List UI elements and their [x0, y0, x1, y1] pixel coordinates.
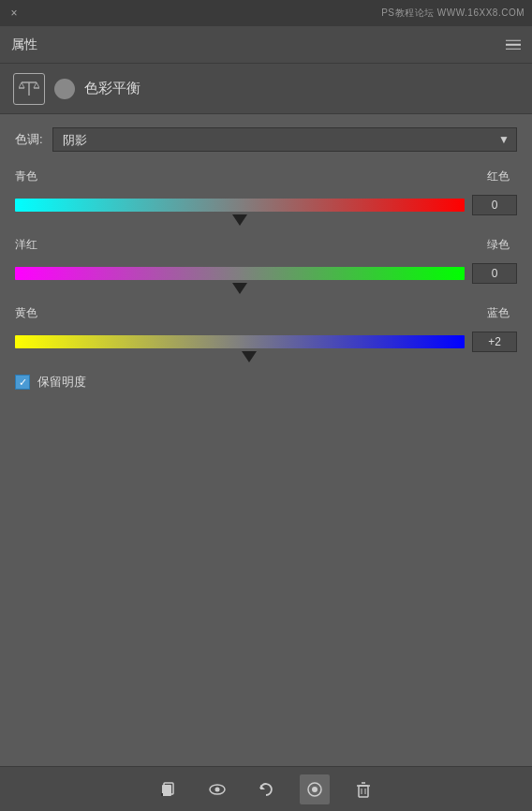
slider-labels-1: 青色 红色 [15, 169, 517, 184]
slider-thumb-2[interactable] [232, 283, 247, 294]
slider-labels-3: 黄色 蓝色 [15, 305, 517, 321]
layer-header: 色彩平衡 [0, 64, 532, 114]
slider-thumb-1[interactable] [232, 214, 247, 226]
value-input-cyan-red[interactable] [472, 195, 517, 215]
preserve-label: 保留明度 [37, 374, 86, 391]
label-cyan: 青色 [15, 169, 37, 184]
eye-icon [208, 780, 227, 799]
slider-track-1 [15, 199, 465, 212]
eye-button[interactable] [202, 774, 232, 804]
svg-marker-3 [34, 82, 39, 88]
clip-button[interactable] [154, 774, 184, 804]
value-input-magenta-green[interactable] [472, 263, 517, 284]
top-bar: × PS教程论坛 WWW.16XX8.COM [0, 0, 532, 26]
main-layout: × PS教程论坛 WWW.16XX8.COM 属性 色彩平衡 [0, 0, 532, 811]
preserve-checkbox[interactable]: ✓ [15, 375, 30, 390]
check-icon: ✓ [19, 377, 27, 388]
spacer [0, 453, 532, 766]
slider-row-cyan-red: 青色 红色 [15, 169, 517, 222]
watermark: PS教程论坛 WWW.16XX8.COM [381, 7, 525, 20]
undo-icon [257, 780, 275, 799]
slider-track-wrapper-2[interactable] [15, 257, 465, 290]
slider-track-wrapper-1[interactable] [15, 188, 465, 222]
svg-point-10 [215, 787, 220, 791]
delete-button[interactable] [348, 774, 378, 804]
svg-point-13 [312, 787, 318, 792]
svg-marker-2 [19, 82, 24, 88]
slider-labels-2: 洋红 绿色 [15, 237, 517, 253]
label-yellow: 黄色 [15, 305, 37, 321]
delete-icon [354, 780, 373, 799]
label-red: 红色 [487, 169, 510, 184]
slider-track-2 [15, 267, 465, 280]
slider-row-yellow-blue: 黄色 蓝色 [15, 305, 517, 359]
tone-select[interactable]: 阴影 中间调 高光 [52, 127, 517, 152]
close-button[interactable]: × [7, 7, 21, 20]
tone-select-wrapper[interactable]: 阴影 中间调 高光 ▼ [52, 127, 517, 152]
slider-thumb-3[interactable] [242, 351, 257, 362]
label-blue: 蓝色 [487, 305, 510, 321]
slider-track-wrapper-3[interactable] [15, 325, 465, 359]
tone-row: 色调: 阴影 中间调 高光 ▼ [15, 127, 517, 152]
panel-header: 属性 [0, 26, 532, 64]
value-input-yellow-blue[interactable] [472, 332, 517, 352]
label-magenta: 洋红 [15, 237, 37, 253]
balance-icon [13, 73, 45, 105]
layer-title: 色彩平衡 [84, 80, 140, 97]
bottom-toolbar [0, 766, 532, 811]
visibility-icon [305, 780, 324, 799]
slider-track-3 [15, 335, 465, 348]
slider-input-2 [15, 257, 517, 290]
slider-row-magenta-green: 洋红 绿色 [15, 237, 517, 290]
tone-label: 色调: [15, 131, 43, 148]
content-area: 色调: 阴影 中间调 高光 ▼ 青色 红色 [0, 114, 532, 453]
layer-circle-icon [54, 79, 75, 99]
menu-icon[interactable] [506, 39, 521, 50]
visibility-button[interactable] [300, 774, 330, 804]
label-green: 绿色 [487, 237, 510, 253]
slider-input-3 [15, 325, 517, 359]
clip-icon [159, 780, 178, 799]
undo-button[interactable] [251, 774, 281, 804]
svg-rect-14 [359, 786, 368, 797]
slider-input-1 [15, 188, 517, 222]
panel-title: 属性 [11, 37, 37, 53]
preserve-row: ✓ 保留明度 [15, 374, 517, 391]
